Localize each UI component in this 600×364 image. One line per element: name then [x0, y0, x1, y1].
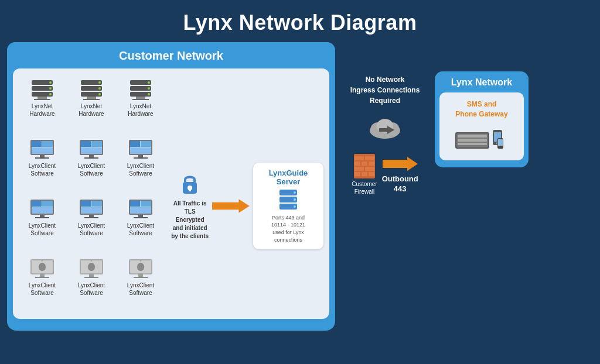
- svg-rect-54: [81, 201, 91, 207]
- svg-rect-77: [134, 277, 148, 278]
- firewall-label: CustomerFirewall: [352, 180, 377, 195]
- win-software-label-4: LynxClientSoftware: [29, 222, 56, 237]
- mac-software-label-2: LynxClientSoftware: [78, 281, 105, 297]
- server-icon: [29, 79, 55, 100]
- svg-rect-80: [189, 188, 191, 191]
- svg-rect-65: [134, 217, 148, 218]
- svg-rect-15: [83, 99, 100, 100]
- svg-point-85: [294, 191, 296, 194]
- svg-rect-100: [354, 167, 364, 171]
- svg-rect-98: [362, 162, 367, 166]
- mac-monitor-3: LynxClientSoftware: [117, 255, 164, 313]
- lynx-network-label: Lynx Network: [435, 71, 529, 92]
- svg-rect-68: [40, 274, 45, 277]
- no-ingress-text: No NetworkIngress ConnectionsRequired: [350, 74, 420, 106]
- lynxguide-server-box: LynxGuideServer Ports 443 and10114 - 101…: [253, 163, 323, 249]
- svg-point-12: [98, 87, 101, 90]
- device-grid: LynxNetHardware LynxNetHardware: [19, 75, 164, 313]
- tls-text: All Traffic isTLS Encryptedand initiated…: [171, 200, 209, 241]
- svg-point-3: [49, 81, 52, 84]
- outbound-label: Outbound443: [382, 174, 418, 194]
- svg-rect-37: [84, 157, 98, 159]
- svg-rect-30: [35, 157, 49, 159]
- svg-rect-97: [354, 162, 360, 166]
- svg-rect-43: [138, 155, 143, 157]
- svg-rect-58: [84, 217, 98, 218]
- svg-rect-7: [34, 99, 50, 100]
- svg-rect-102: [354, 172, 360, 176]
- svg-point-11: [98, 81, 101, 84]
- svg-rect-36: [89, 155, 94, 157]
- win-monitor-4: LynxClientSoftware: [19, 195, 66, 253]
- mac-monitor-icon-3: [128, 258, 154, 279]
- svg-rect-73: [84, 277, 98, 278]
- win-monitor-6: LynxClientSoftware: [117, 195, 164, 253]
- svg-rect-22: [136, 97, 145, 99]
- svg-marker-81: [212, 199, 250, 213]
- svg-rect-99: [369, 162, 374, 166]
- lynxguide-title: LynxGuideServer: [269, 169, 308, 186]
- svg-rect-57: [89, 215, 94, 217]
- svg-rect-96: [365, 156, 374, 160]
- svg-rect-72: [89, 274, 94, 277]
- svg-rect-48: [42, 201, 53, 207]
- hardware-label-3: LynxNetHardware: [128, 102, 153, 118]
- monitor-icon-4: [29, 198, 55, 219]
- svg-rect-76: [138, 274, 143, 277]
- svg-rect-95: [354, 156, 364, 160]
- lynxguide-server-icon: [278, 190, 298, 212]
- lynxguide-ports-text: Ports 443 and10114 - 10121used for Lynxc…: [271, 214, 305, 243]
- monitor-icon-3: [128, 139, 154, 160]
- monitor-icon-1: [29, 139, 55, 160]
- svg-rect-51: [35, 217, 49, 218]
- svg-point-20: [148, 87, 150, 90]
- svg-rect-6: [38, 97, 47, 99]
- svg-point-21: [148, 93, 150, 95]
- monitor-icon-5: [79, 198, 104, 219]
- svg-point-87: [294, 205, 296, 208]
- svg-rect-103: [362, 172, 367, 176]
- svg-rect-56: [81, 207, 102, 214]
- svg-rect-50: [40, 215, 45, 217]
- page-title: Lynx Network Diagram: [183, 0, 417, 42]
- mac-monitor-2: LynxClientSoftware: [68, 255, 115, 313]
- win-monitor-2: LynxClientSoftware: [68, 135, 115, 194]
- mac-monitor-icon-1: [29, 258, 55, 279]
- gateway-device-icon: [455, 128, 508, 153]
- lynx-network-inner: SMS andPhone Gateway: [439, 92, 524, 160]
- svg-rect-62: [141, 201, 151, 207]
- svg-rect-69: [35, 277, 49, 278]
- win-monitor-1: LynxClientSoftware: [19, 135, 66, 194]
- win-monitor-3: LynxClientSoftware: [117, 135, 164, 194]
- svg-rect-115: [498, 139, 503, 146]
- hardware-device-3: LynxNetHardware: [117, 75, 164, 134]
- svg-rect-27: [42, 141, 53, 147]
- svg-point-5: [49, 93, 52, 95]
- svg-marker-105: [383, 157, 418, 171]
- monitor-icon-2: [79, 139, 104, 160]
- svg-rect-35: [81, 147, 102, 154]
- svg-rect-92: [379, 128, 387, 132]
- server-icon-2: [79, 79, 104, 100]
- svg-rect-49: [32, 207, 53, 214]
- mac-monitor-icon-2: [79, 258, 104, 279]
- svg-rect-47: [32, 201, 42, 207]
- svg-point-86: [294, 198, 296, 201]
- svg-rect-41: [141, 141, 151, 147]
- hardware-label-2: LynxNetHardware: [79, 102, 104, 118]
- win-software-label-3: LynxClientSoftware: [127, 162, 154, 177]
- win-software-label-2: LynxClientSoftware: [78, 162, 105, 177]
- svg-rect-55: [91, 201, 102, 207]
- lock-icon: [179, 171, 200, 197]
- win-software-label-1: LynxClientSoftware: [29, 162, 56, 177]
- customer-network-label: Customer Network: [7, 42, 335, 68]
- hardware-device-1: LynxNetHardware: [19, 75, 66, 134]
- svg-rect-61: [130, 201, 140, 207]
- svg-rect-29: [40, 155, 45, 157]
- svg-rect-108: [458, 135, 487, 138]
- svg-rect-26: [32, 141, 42, 147]
- hardware-label-1: LynxNetHardware: [29, 102, 54, 118]
- svg-rect-14: [87, 97, 96, 99]
- svg-rect-63: [130, 207, 151, 214]
- svg-rect-28: [32, 147, 53, 154]
